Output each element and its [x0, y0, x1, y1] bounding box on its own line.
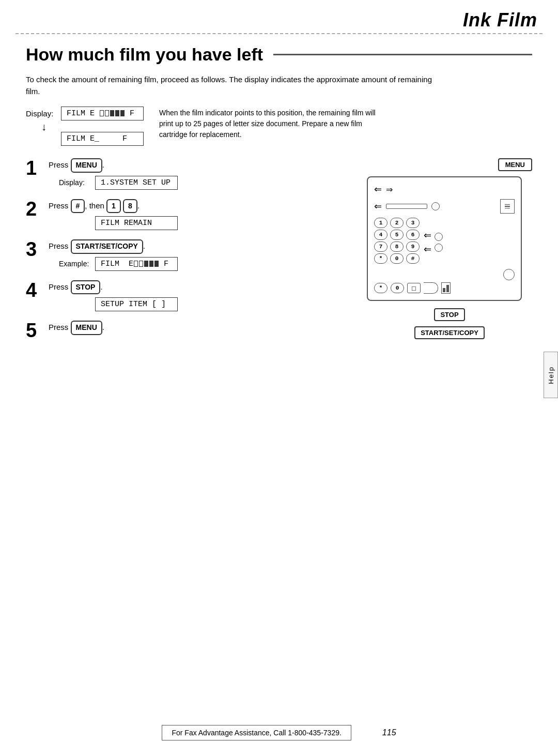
device-bar-mid — [505, 206, 510, 207]
step-1-text: Press MENU. — [49, 158, 351, 173]
step3-bar-2 — [139, 261, 143, 267]
step-1-display-value: 1.SYSTEM SET UP — [95, 176, 178, 190]
film-full-display: FILM E F — [61, 107, 144, 120]
key-star: * — [374, 253, 388, 264]
footer-assistance-text: For Fax Advantage Assistance, Call 1-800… — [162, 725, 351, 740]
step-2-text: Press #, then 1 8. — [49, 199, 351, 214]
step3-bar-5 — [154, 261, 159, 267]
step-5-number: 5 — [26, 321, 41, 340]
step-3-content: Press START/SET/COPY. Example: FILM E F — [49, 239, 351, 271]
device-square-key: □ — [407, 283, 421, 293]
device-arrow-right-icon: ⇒ — [386, 185, 393, 194]
film-low-spacer — [26, 134, 57, 143]
key-2: 2 — [390, 218, 404, 228]
film-display-column: Display: FILM E F ↓ FILM E_ F — [26, 107, 144, 147]
step-5-content: Press MENU. — [49, 321, 351, 338]
step-2-display-label — [59, 219, 90, 228]
film-bar-4 — [115, 110, 119, 116]
key-star-bottom: * — [374, 283, 388, 293]
device-arrow-left2-icon: ⇐ — [374, 201, 382, 212]
device-keypad: 1 2 3 4 5 6 7 8 9 * 0 # — [374, 218, 421, 264]
step-4-text: Press STOP. — [49, 280, 351, 295]
help-tab: Help — [544, 352, 558, 398]
step-4: 4 Press STOP. SETUP ITEM [ ] — [26, 280, 351, 312]
film-low-display: FILM E_ F — [61, 132, 144, 146]
film-full-text: FILM E — [67, 109, 95, 118]
key-4: 4 — [374, 230, 388, 240]
key-8-ref: 8 — [123, 199, 137, 214]
step-4-display-row: SETUP ITEM [ ] — [59, 297, 351, 311]
step-4-display-label — [59, 300, 90, 309]
start-button-ref-3: START/SET/COPY — [71, 239, 143, 254]
step-2-display-row: FILM REMAIN — [59, 216, 351, 230]
step-4-content: Press STOP. SETUP ITEM [ ] — [49, 280, 351, 312]
device-start-button: START/SET/COPY — [414, 326, 485, 339]
step-1: 1 Press MENU. Display: 1.SYSTEM SET UP — [26, 158, 351, 190]
device-input-slot — [386, 204, 427, 209]
step3-bar-4 — [149, 261, 153, 267]
help-tab-label: Help — [547, 366, 555, 384]
device-bracket-shape — [424, 282, 438, 294]
step3-bar-3 — [144, 261, 148, 267]
step-3-number: 3 — [26, 239, 41, 259]
device-arrow-left-icon: ⇐ — [374, 184, 382, 195]
steps-section: 1 Press MENU. Display: 1.SYSTEM SET UP 2 — [26, 158, 532, 350]
device-circle-1 — [431, 202, 440, 210]
film-low-suffix: F — [122, 134, 127, 143]
key-6: 6 — [406, 230, 420, 240]
film-note-text: When the film indicator points to this p… — [159, 108, 376, 140]
device-diagram: ⇐ ⇒ ⇐ — [367, 176, 522, 301]
device-stop-button: STOP — [434, 308, 464, 321]
device-bar-top — [505, 204, 510, 205]
key-1-ref: 1 — [106, 199, 121, 214]
step-3-display-label: Example: — [59, 260, 90, 268]
stop-button-ref-4: STOP — [71, 280, 101, 295]
key-5: 5 — [390, 230, 404, 240]
key-1: 1 — [374, 218, 388, 228]
footer: For Fax Advantage Assistance, Call 1-800… — [28, 725, 530, 740]
menu-button-ref-5: MENU — [71, 321, 102, 335]
device-arrow-keypad-icon: ⇐ — [424, 230, 431, 241]
page-title: Ink Film — [0, 0, 558, 31]
device-level-indicator — [441, 282, 451, 294]
step-1-content: Press MENU. Display: 1.SYSTEM SET UP — [49, 158, 351, 190]
step-2: 2 Press #, then 1 8. FILM REMAIN — [26, 199, 351, 231]
step3-bar-1 — [134, 261, 138, 267]
film-display-full-row: Display: FILM E F — [26, 107, 144, 120]
device-diagram-column: MENU ⇐ ⇒ ⇐ — [367, 158, 532, 339]
device-large-circle — [503, 269, 515, 280]
section-title: How much film you have left — [26, 44, 532, 65]
step-5-text: Press MENU. — [49, 321, 351, 335]
step-4-number: 4 — [26, 280, 41, 300]
device-bar-bot — [505, 208, 510, 209]
step-3-display-value: FILM E F — [95, 257, 178, 271]
step-2-number: 2 — [26, 199, 41, 219]
step-1-number: 1 — [26, 158, 41, 178]
footer-page-number: 115 — [382, 728, 396, 737]
key-7: 7 — [374, 241, 388, 252]
device-circle-3 — [435, 244, 443, 252]
display-label: Display: — [26, 109, 57, 118]
key-0: 0 — [390, 253, 404, 264]
film-indicator-section: Display: FILM E F ↓ FILM E_ F When the f… — [26, 107, 532, 147]
step-1-display-row: Display: 1.SYSTEM SET UP — [59, 176, 351, 190]
key-hash: # — [406, 253, 420, 264]
device-circle-2 — [435, 233, 443, 241]
step-1-display-label: Display: — [59, 178, 90, 187]
arrow-down-icon: ↓ — [41, 122, 47, 132]
step-2-display-value: FILM REMAIN — [95, 216, 178, 230]
step-2-content: Press #, then 1 8. FILM REMAIN — [49, 199, 351, 231]
device-arrow-keypad2-icon: ⇐ — [424, 244, 431, 255]
film-bar-2 — [105, 110, 109, 116]
key-0-bottom: 0 — [391, 283, 404, 293]
key-8: 8 — [390, 241, 404, 252]
steps-list: 1 Press MENU. Display: 1.SYSTEM SET UP 2 — [26, 158, 351, 350]
step-4-display-value: SETUP ITEM [ ] — [95, 297, 178, 311]
film-bar-5 — [120, 110, 125, 116]
intro-paragraph: To check the amount of remaining film, p… — [26, 74, 439, 97]
film-full-suffix: F — [130, 109, 134, 118]
step-5: 5 Press MENU. — [26, 321, 351, 340]
key-9: 9 — [406, 241, 420, 252]
menu-button-ref-1: MENU — [71, 158, 102, 173]
step-3-display-row: Example: FILM E F — [59, 257, 351, 271]
